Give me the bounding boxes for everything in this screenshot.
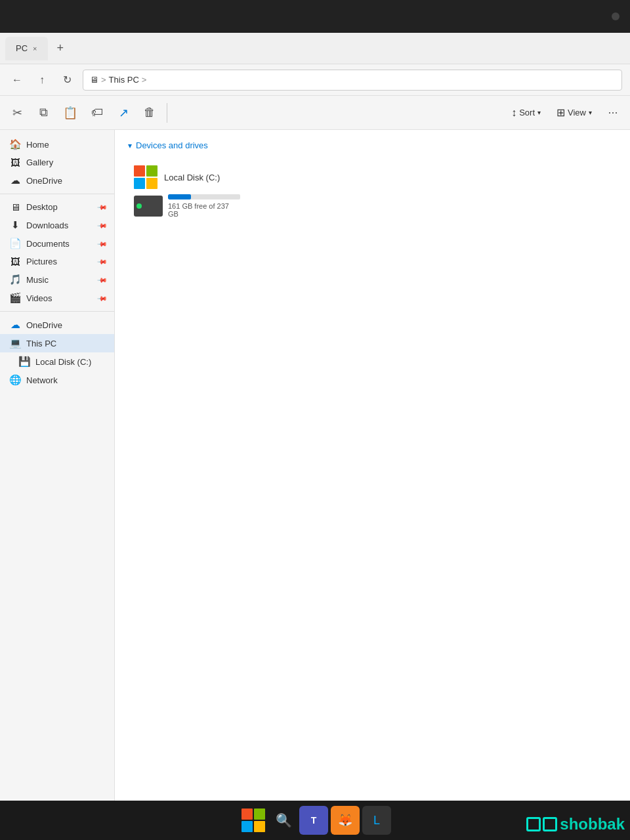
sidebar-item-desktop[interactable]: 🖥 Desktop 📌 xyxy=(0,198,114,216)
cut-button[interactable]: ✂ xyxy=(5,98,29,127)
pictures-icon: 🖼 xyxy=(9,256,21,267)
sidebar-item-music[interactable]: 🎵 Music 📌 xyxy=(0,270,114,289)
address-path[interactable]: 🖥 > This PC > xyxy=(83,70,622,91)
cut-icon: ✂ xyxy=(12,106,22,120)
sidebar-item-localdisk[interactable]: 💾 Local Disk (C:) xyxy=(0,352,114,371)
drive-item-c[interactable]: Local Disk (C:) 161 GB free of 237 GB xyxy=(128,159,246,225)
windows-start-logo xyxy=(242,808,265,832)
path-separator: > xyxy=(101,75,106,85)
downloads-pin-icon: 📌 xyxy=(97,220,108,230)
sidebar-videos-label: Videos xyxy=(26,293,52,303)
path-icon: 🖥 xyxy=(90,75,98,85)
sidebar-item-home[interactable]: 🏠 Home xyxy=(0,135,114,154)
copy-button[interactable]: ⧉ xyxy=(32,98,55,127)
rename-button[interactable]: 🏷 xyxy=(85,98,109,127)
sidebar-item-onedrive-top[interactable]: ☁ OneDrive xyxy=(0,171,114,190)
top-bezel xyxy=(0,0,630,33)
view-button[interactable]: ⊞ View ▾ xyxy=(550,101,598,125)
shobbak-box1 xyxy=(526,817,541,831)
videos-pin-icon: 📌 xyxy=(97,293,108,303)
sidebar-item-downloads[interactable]: ⬇ Downloads 📌 xyxy=(0,216,114,234)
sidebar-item-documents[interactable]: 📄 Documents 📌 xyxy=(0,234,114,253)
sidebar-item-pictures[interactable]: 🖼 Pictures 📌 xyxy=(0,253,114,270)
taskbar-icons: 🔍 T 🦊 L xyxy=(234,803,396,837)
tab-area: PC × + xyxy=(5,37,625,60)
sidebar-downloads-label: Downloads xyxy=(26,220,68,230)
sort-button[interactable]: ↕ Sort ▾ xyxy=(505,101,547,125)
win-sq-yellow xyxy=(146,178,158,189)
paste-icon: 📋 xyxy=(63,106,77,120)
sidebar-item-network[interactable]: 🌐 Network xyxy=(0,371,114,389)
sidebar-music-label: Music xyxy=(26,275,49,285)
sidebar-pictures-label: Pictures xyxy=(26,257,57,266)
sidebar-item-gallery[interactable]: 🖼 Gallery xyxy=(0,154,114,171)
tab-label: PC xyxy=(16,43,28,53)
more-options-button[interactable]: ··· xyxy=(601,101,625,125)
shobbak-box2 xyxy=(543,817,557,831)
shobbak-icon xyxy=(526,817,557,831)
sidebar-item-onedrive[interactable]: ☁ OneDrive xyxy=(0,316,114,334)
network-icon: 🌐 xyxy=(9,374,21,386)
view-icon: ⊞ xyxy=(556,106,565,119)
explorer-label: L xyxy=(373,814,380,828)
screen: PC × + ← ↑ ↻ 🖥 > This PC > ✂ ⧉ 📋 🏷 xyxy=(0,33,630,801)
shobbak-label: shobbak xyxy=(560,815,625,833)
view-chevron-icon: ▾ xyxy=(589,109,592,116)
sidebar-onedrive-top-label: OneDrive xyxy=(26,176,62,186)
delete-icon: 🗑 xyxy=(144,106,156,119)
sidebar-thispc-label: This PC xyxy=(26,339,56,348)
sidebar-network-label: Network xyxy=(26,375,58,385)
localdisk-icon: 💾 xyxy=(18,356,30,368)
sidebar-divider-1 xyxy=(0,194,114,194)
start-button[interactable] xyxy=(239,806,268,835)
active-tab[interactable]: PC × xyxy=(5,37,48,60)
desktop-pin-icon: 📌 xyxy=(97,201,108,212)
drive-space-label: 161 GB free of 237 GB xyxy=(168,202,240,218)
share-icon: ↗ xyxy=(119,106,129,120)
address-bar: ← ↑ ↻ 🖥 > This PC > xyxy=(0,64,630,96)
sidebar-item-thispc[interactable]: 💻 This PC xyxy=(0,334,114,352)
start-sq-green xyxy=(254,808,265,820)
start-sq-red xyxy=(242,808,253,820)
tab-close-button[interactable]: × xyxy=(33,45,37,52)
copy-icon: ⧉ xyxy=(39,106,48,119)
refresh-button[interactable]: ↻ xyxy=(58,71,76,89)
drives-grid: Local Disk (C:) 161 GB free of 237 GB xyxy=(128,159,617,225)
documents-pin-icon: 📌 xyxy=(97,238,108,249)
search-icon: 🔍 xyxy=(276,812,292,828)
pictures-pin-icon: 📌 xyxy=(97,256,108,266)
explorer-icon[interactable]: L xyxy=(362,806,391,835)
path-root: This PC xyxy=(109,75,139,85)
win-sq-red xyxy=(134,165,145,177)
new-tab-button[interactable]: + xyxy=(51,39,71,58)
sort-chevron-icon: ▾ xyxy=(537,109,541,116)
paste-button[interactable]: 📋 xyxy=(58,98,83,127)
teams-icon[interactable]: T xyxy=(299,806,328,835)
sidebar-item-videos[interactable]: 🎬 Videos 📌 xyxy=(0,289,114,307)
up-button[interactable]: ↑ xyxy=(33,71,51,89)
firefox-icon[interactable]: 🦊 xyxy=(331,806,360,835)
sidebar-desktop-label: Desktop xyxy=(26,202,58,212)
search-button[interactable]: 🔍 xyxy=(270,807,297,833)
view-label: View xyxy=(568,108,586,117)
drive-progress-bar xyxy=(168,194,240,200)
gallery-icon: 🖼 xyxy=(9,157,21,168)
desktop-icon: 🖥 xyxy=(9,201,21,213)
downloads-icon: ⬇ xyxy=(9,219,21,231)
drive-top: Local Disk (C:) xyxy=(134,165,240,189)
documents-icon: 📄 xyxy=(9,238,21,249)
music-pin-icon: 📌 xyxy=(97,274,108,285)
sort-label: Sort xyxy=(519,108,535,117)
thispc-icon: 💻 xyxy=(9,337,21,349)
share-button[interactable]: ↗ xyxy=(112,98,135,127)
rename-icon: 🏷 xyxy=(91,106,103,119)
shobbak-watermark: shobbak xyxy=(526,815,630,833)
firefox-label: 🦊 xyxy=(338,813,352,828)
section-chevron-icon: ▾ xyxy=(128,141,132,150)
sidebar-home-label: Home xyxy=(26,140,49,150)
start-sq-blue xyxy=(242,821,253,832)
back-button[interactable]: ← xyxy=(8,71,26,89)
music-icon: 🎵 xyxy=(9,274,21,285)
toolbar: ✂ ⧉ 📋 🏷 ↗ 🗑 ↕ Sort ▾ ⊞ View ▾ xyxy=(0,96,630,130)
delete-button[interactable]: 🗑 xyxy=(138,98,161,127)
